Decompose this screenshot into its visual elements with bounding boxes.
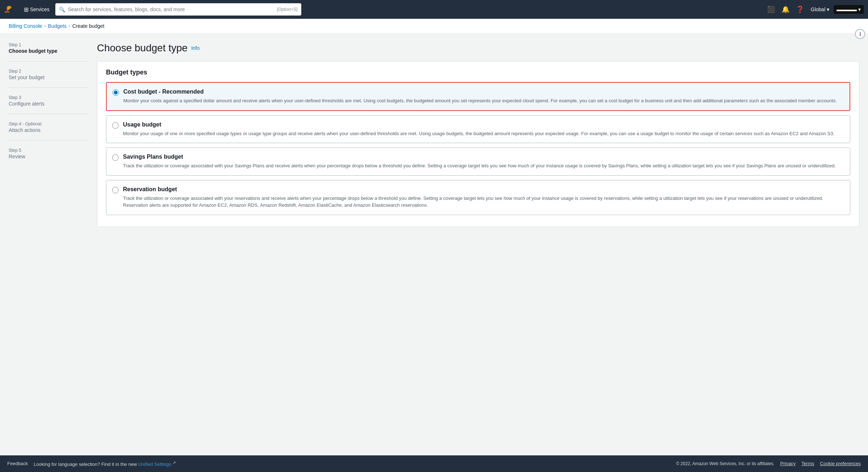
info-link[interactable]: Info <box>191 45 200 51</box>
nav-right: ⬛ 🔔 ❓ Global ▾ ▬▬▬▬ ▾ <box>765 3 864 16</box>
usage-budget-desc: Monitor your usage of one or more specif… <box>123 130 844 137</box>
usage-budget-option[interactable]: Usage budget Monitor your usage of one o… <box>106 115 850 143</box>
cost-budget-content: Cost budget - Recommended Monitor your c… <box>123 89 844 104</box>
savings-budget-title: Savings Plans budget <box>123 154 844 160</box>
reservation-budget-title: Reservation budget <box>123 186 844 193</box>
usage-budget-title: Usage budget <box>123 121 844 128</box>
sidebar-step-5-num: Step 5 <box>9 148 88 153</box>
search-icon: 🔍 <box>59 7 65 12</box>
sidebar-step-3: Step 3 Configure alerts <box>9 95 88 114</box>
reservation-budget-content: Reservation budget Track the utilization… <box>123 186 844 209</box>
breadcrumb: Billing Console › Budgets › Create budge… <box>0 19 868 34</box>
usage-radio[interactable] <box>112 122 119 129</box>
cost-radio-wrap <box>112 89 119 97</box>
card-title: Budget types <box>106 69 850 76</box>
breadcrumb-sep-1: › <box>44 23 46 29</box>
chevron-down-icon: ▾ <box>827 7 829 12</box>
reservation-radio-wrap <box>112 187 119 194</box>
sidebar-step-3-name: Configure alerts <box>9 101 88 107</box>
account-menu[interactable]: ▬▬▬▬ ▾ <box>834 5 864 14</box>
top-navigation: aws ⊞ Services 🔍 [Option+S] ⬛ 🔔 ❓ Global… <box>0 0 868 19</box>
help-icon-btn[interactable]: ❓ <box>793 3 807 16</box>
sidebar-step-2: Step 2 Set your budget <box>9 69 88 88</box>
bell-icon-btn[interactable]: 🔔 <box>779 3 792 16</box>
page-title: Choose budget type <box>97 42 188 54</box>
main-content: Choose budget type Info Budget types Cos… <box>97 42 859 445</box>
main-layout: Step 1 Choose budget type Step 2 Set you… <box>0 34 868 453</box>
page-title-row: Choose budget type Info <box>97 42 859 54</box>
savings-budget-desc: Track the utilization or coverage associ… <box>123 162 844 170</box>
sidebar-step-1-name: Choose budget type <box>9 48 88 54</box>
terminal-icon-btn[interactable]: ⬛ <box>765 3 778 16</box>
breadcrumb-budgets[interactable]: Budgets <box>48 23 67 29</box>
budget-types-card: Budget types Cost budget - Recommended M… <box>97 61 859 227</box>
sidebar-step-5: Step 5 Review <box>9 148 88 167</box>
grid-icon: ⊞ <box>24 6 29 13</box>
cost-radio[interactable] <box>112 89 119 96</box>
aws-logo[interactable]: aws <box>4 3 18 16</box>
savings-budget-option[interactable]: Savings Plans budget Track the utilizati… <box>106 147 850 176</box>
sidebar-step-2-name: Set your budget <box>9 74 88 80</box>
sidebar-step-4-num: Step 4 - Optional <box>9 121 88 126</box>
breadcrumb-current: Create budget <box>72 23 105 29</box>
sidebar-step-1-num: Step 1 <box>9 42 88 47</box>
sidebar-step-4-name: Attach actions <box>9 127 88 133</box>
sidebar: Step 1 Choose budget type Step 2 Set you… <box>9 42 88 445</box>
reservation-radio[interactable] <box>112 187 119 193</box>
search-input[interactable] <box>68 7 274 12</box>
info-panel-toggle[interactable]: ℹ <box>855 29 865 39</box>
sidebar-step-1: Step 1 Choose budget type <box>9 42 88 61</box>
usage-budget-content: Usage budget Monitor your usage of one o… <box>123 121 844 137</box>
chevron-down-icon: ▾ <box>858 7 861 12</box>
savings-budget-content: Savings Plans budget Track the utilizati… <box>123 154 844 170</box>
breadcrumb-billing-console[interactable]: Billing Console <box>9 23 42 29</box>
region-selector[interactable]: Global ▾ <box>808 5 832 14</box>
cost-budget-title: Cost budget - Recommended <box>123 89 844 95</box>
savings-radio-wrap <box>112 154 119 162</box>
usage-radio-wrap <box>112 122 119 130</box>
breadcrumb-sep-2: › <box>69 23 70 29</box>
savings-radio[interactable] <box>112 154 119 161</box>
search-shortcut: [Option+S] <box>277 7 298 12</box>
sidebar-step-2-num: Step 2 <box>9 69 88 74</box>
services-button[interactable]: ⊞ Services <box>21 5 52 14</box>
reservation-budget-option[interactable]: Reservation budget Track the utilization… <box>106 180 850 215</box>
cost-budget-option[interactable]: Cost budget - Recommended Monitor your c… <box>106 82 850 111</box>
sidebar-step-3-num: Step 3 <box>9 95 88 100</box>
cost-budget-desc: Monitor your costs against a specified d… <box>123 97 844 104</box>
search-bar[interactable]: 🔍 [Option+S] <box>55 3 301 16</box>
reservation-budget-desc: Track the utilization or coverage associ… <box>123 195 844 209</box>
svg-text:aws: aws <box>5 11 9 13</box>
sidebar-step-4: Step 4 - Optional Attach actions <box>9 121 88 141</box>
sidebar-step-5-name: Review <box>9 154 88 159</box>
